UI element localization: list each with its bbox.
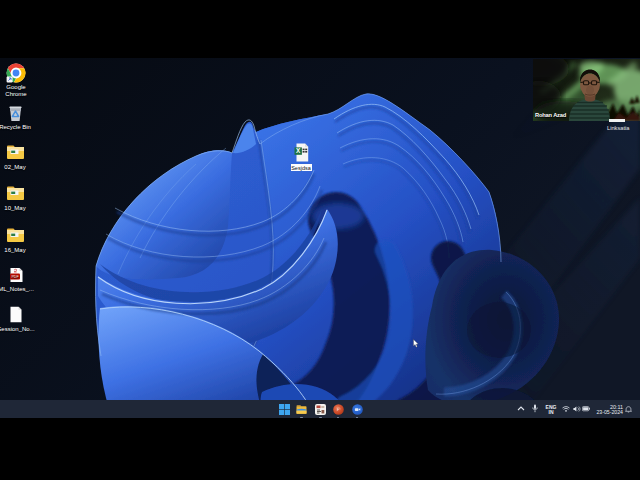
svg-text:PDF: PDF	[11, 275, 19, 279]
svg-text:X: X	[296, 147, 301, 154]
